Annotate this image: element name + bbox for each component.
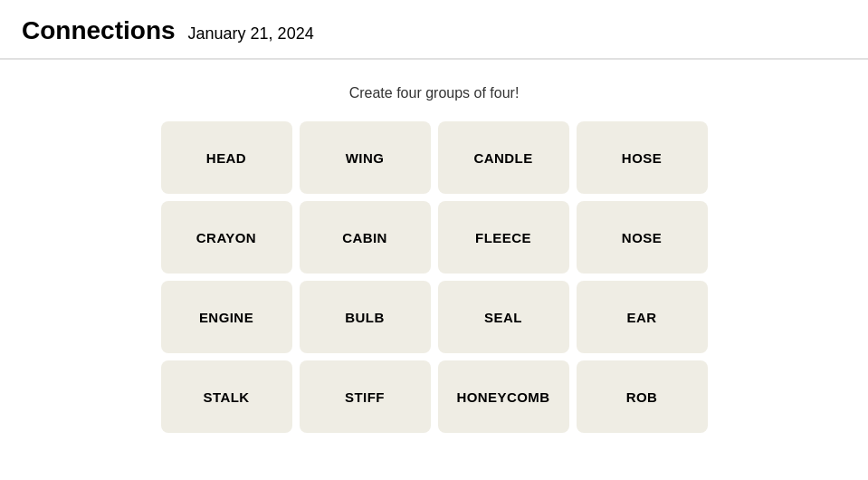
game-date: January 21, 2024 [188,24,314,43]
grid-cell-seal[interactable]: SEAL [438,281,569,353]
grid-cell-bulb[interactable]: BULB [300,281,431,353]
cell-label-stalk: STALK [203,389,249,405]
grid-cell-stalk[interactable]: STALK [161,360,292,433]
grid-cell-candle[interactable]: CANDLE [438,121,569,194]
cell-label-honeycomb: HONEYCOMB [456,389,549,405]
cell-label-crayon: CRAYON [196,230,256,245]
app-title: Connections [22,16,176,45]
grid-cell-honeycomb[interactable]: HONEYCOMB [438,360,569,433]
cell-label-ear: EAR [626,310,656,325]
grid-cell-nose[interactable]: NOSE [577,201,708,274]
instructions-text: Create four groups of four! [349,85,520,101]
grid-cell-rob[interactable]: ROB [577,360,708,433]
word-grid: HEADWINGCANDLEHOSECRAYONCABINFLEECENOSEE… [161,121,708,433]
main-content: Create four groups of four! HEADWINGCAND… [0,60,868,451]
cell-label-fleece: FLEECE [475,230,531,245]
grid-cell-crayon[interactable]: CRAYON [161,201,292,274]
cell-label-cabin: CABIN [342,230,387,245]
grid-cell-cabin[interactable]: CABIN [300,201,431,274]
grid-cell-fleece[interactable]: FLEECE [438,201,569,274]
grid-cell-stiff[interactable]: STIFF [300,360,431,433]
grid-cell-hose[interactable]: HOSE [577,121,708,194]
cell-label-engine: ENGINE [199,310,253,325]
grid-cell-ear[interactable]: EAR [577,281,708,353]
grid-cell-head[interactable]: HEAD [161,121,292,194]
cell-label-hose: HOSE [622,150,662,166]
cell-label-candle: CANDLE [473,150,532,166]
cell-label-seal: SEAL [484,310,522,325]
page-header: Connections January 21, 2024 [0,0,868,59]
cell-label-nose: NOSE [622,230,662,245]
grid-cell-engine[interactable]: ENGINE [161,281,292,353]
cell-label-bulb: BULB [345,310,384,325]
cell-label-rob: ROB [626,389,658,405]
cell-label-wing: WING [346,150,385,166]
cell-label-stiff: STIFF [345,389,385,405]
cell-label-head: HEAD [206,150,246,166]
grid-cell-wing[interactable]: WING [300,121,431,194]
